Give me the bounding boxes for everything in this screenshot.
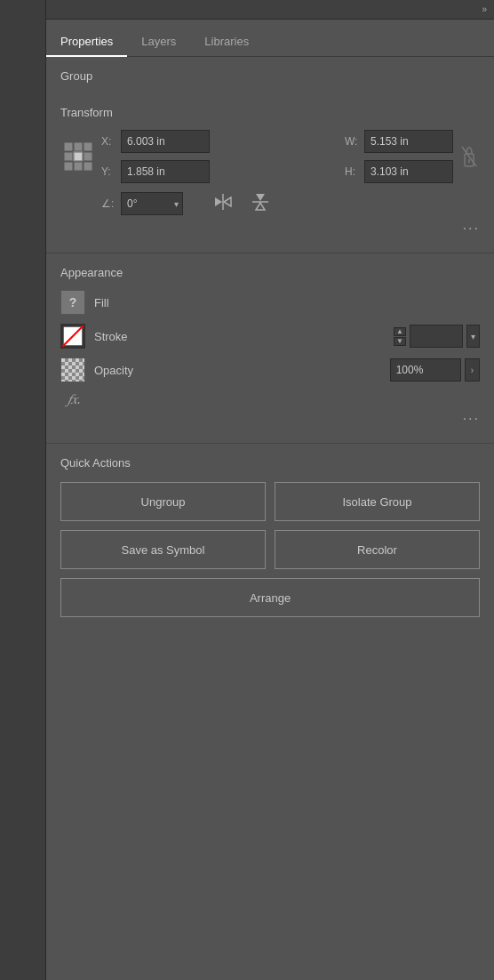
svg-rect-4 — [74, 152, 83, 161]
opacity-label: Opacity — [94, 364, 133, 377]
opacity-row: Opacity › — [60, 357, 480, 382]
lock-proportions-icon[interactable] — [458, 143, 480, 170]
stroke-color-icon[interactable] — [60, 324, 85, 349]
opacity-expand-button[interactable]: › — [465, 358, 480, 382]
h-label: H: — [345, 165, 359, 178]
svg-marker-16 — [256, 194, 265, 201]
x-input-row: X: — [101, 130, 339, 153]
transform-section: Transform — [46, 93, 494, 253]
fx-row: 𝑓𝑥. — [64, 391, 480, 407]
stroke-dropdown-button[interactable]: ▾ — [466, 325, 480, 348]
svg-rect-6 — [64, 162, 73, 171]
actions-row-1: Ungroup Isolate Group — [60, 482, 480, 521]
w-input-row: W: — [345, 130, 453, 153]
panel-content: Group Transform — [46, 57, 494, 980]
opacity-icon[interactable] — [60, 357, 85, 382]
flip-horizontal-button[interactable] — [210, 190, 236, 217]
group-title: Group — [60, 69, 480, 83]
tab-libraries[interactable]: Libraries — [190, 28, 263, 57]
transform-options-button[interactable]: ··· — [463, 221, 480, 237]
save-as-symbol-button[interactable]: Save as Symbol — [60, 530, 266, 569]
transform-title: Transform — [60, 106, 480, 119]
appearance-title: Appearance — [60, 266, 480, 279]
appearance-options-button[interactable]: ··· — [463, 411, 480, 427]
opacity-input[interactable] — [390, 358, 461, 382]
isolate-group-button[interactable]: Isolate Group — [275, 482, 480, 521]
xy-inputs: X: Y: — [101, 130, 339, 183]
svg-marker-14 — [224, 197, 231, 206]
fill-row: ? Fill — [60, 290, 480, 315]
flip-vertical-button[interactable] — [247, 190, 274, 217]
w-input[interactable] — [364, 130, 453, 153]
transform-main-row: X: Y: W: — [60, 130, 480, 183]
opacity-controls: › — [390, 358, 480, 382]
transform-reference-icon[interactable] — [60, 139, 96, 174]
actions-grid: Ungroup Isolate Group Save as Symbol Rec… — [60, 482, 480, 617]
tab-properties[interactable]: Properties — [46, 28, 127, 57]
angle-chevron-icon[interactable]: ▾ — [171, 199, 182, 209]
arrange-button[interactable]: Arrange — [60, 578, 480, 617]
svg-rect-1 — [74, 142, 83, 151]
stroke-increment-button[interactable]: ▲ — [394, 327, 406, 336]
fill-label: Fill — [94, 296, 109, 309]
stroke-controls: ▲ ▼ ▾ — [394, 325, 480, 348]
x-label: X: — [101, 135, 116, 148]
angle-input-wrapper: ▾ — [121, 192, 183, 215]
stroke-width-input[interactable] — [410, 325, 463, 348]
h-input-row: H: — [345, 160, 453, 183]
svg-marker-13 — [215, 197, 222, 206]
left-strip — [0, 0, 46, 980]
svg-rect-5 — [84, 152, 92, 161]
quick-actions-section: Quick Actions Ungroup Isolate Group Save… — [46, 444, 494, 635]
y-input[interactable] — [121, 160, 210, 183]
stroke-decrement-button[interactable]: ▼ — [394, 337, 406, 346]
stroke-row: Stroke ▲ ▼ ▾ — [60, 324, 480, 349]
transform-more-options: ··· — [60, 217, 480, 240]
x-input[interactable] — [121, 130, 210, 153]
quick-actions-title: Quick Actions — [60, 456, 480, 470]
top-bar: » — [46, 0, 494, 20]
expand-arrows-icon[interactable]: » — [482, 4, 487, 14]
appearance-more-options: ··· — [60, 407, 480, 430]
svg-marker-17 — [256, 203, 265, 210]
flip-icons — [210, 190, 274, 217]
svg-rect-8 — [84, 162, 92, 171]
stroke-label: Stroke — [94, 330, 128, 343]
ungroup-button[interactable]: Ungroup — [60, 482, 266, 521]
group-section: Group — [46, 57, 494, 83]
y-input-row: Y: — [101, 160, 339, 183]
angle-label: ∠: — [101, 197, 116, 210]
tabs-bar: Properties Layers Libraries — [46, 20, 494, 57]
angle-row: ∠: ▾ — [101, 190, 480, 217]
actions-row-2: Save as Symbol Recolor — [60, 530, 480, 569]
svg-rect-0 — [64, 142, 73, 151]
svg-rect-2 — [84, 142, 92, 151]
stroke-spinner: ▲ ▼ — [394, 327, 406, 346]
angle-input[interactable] — [122, 194, 171, 213]
wh-inputs: W: H: — [345, 130, 453, 183]
appearance-section: Appearance ? Fill Stroke — [46, 253, 494, 444]
y-label: Y: — [101, 165, 116, 178]
h-input[interactable] — [364, 160, 453, 183]
svg-rect-3 — [64, 152, 73, 161]
svg-rect-7 — [74, 162, 83, 171]
w-label: W: — [345, 135, 359, 148]
transform-grid: X: Y: W: — [60, 130, 480, 217]
panel: » Properties Layers Libraries Group Tran… — [46, 0, 494, 980]
recolor-button[interactable]: Recolor — [275, 530, 480, 569]
actions-row-3: Arrange — [60, 578, 480, 617]
fill-color-icon[interactable]: ? — [60, 290, 85, 315]
fx-button[interactable]: 𝑓𝑥. — [68, 391, 81, 406]
tab-layers[interactable]: Layers — [127, 28, 190, 57]
